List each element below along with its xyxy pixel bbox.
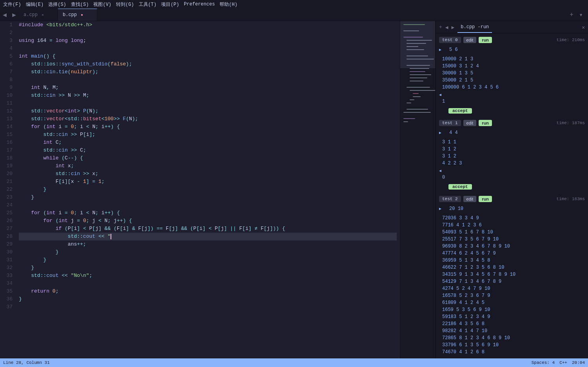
tab-a-cpp-close[interactable]: ✕ xyxy=(42,13,44,17)
tab-nav-right[interactable]: ▶ xyxy=(9,9,19,21)
test-expand-input-1[interactable]: ▶ 4 4 xyxy=(436,128,588,138)
menu-item-help[interactable]: 帮助(H) xyxy=(220,1,238,8)
test-output-0: 1 xyxy=(436,98,588,105)
menu-item-find[interactable]: 查找(S) xyxy=(71,1,89,8)
right-panel: + ◀ ▶ b.cpp -run ✕ test 0 edit run time:… xyxy=(435,21,588,358)
code-line-20: std::cin >> x; xyxy=(19,170,397,178)
code-content[interactable]: #include <bits/stdc++.h> using i64 = lon… xyxy=(16,21,400,358)
tab-b-cpp[interactable]: b.cpp ● xyxy=(58,9,97,21)
tab-dropdown-btn[interactable]: ▾ xyxy=(577,11,585,19)
code-line-25: for (int i = 0; i < N; i++) { xyxy=(19,209,397,217)
test-label-2: test 2 xyxy=(439,196,461,202)
menu-item-select[interactable]: 选择(S) xyxy=(48,1,66,8)
code-line-12: std::vector<int> P(N); xyxy=(19,107,397,115)
code-line-30: } xyxy=(19,248,397,256)
svg-rect-14 xyxy=(410,81,423,81)
svg-rect-23 xyxy=(403,118,415,119)
menu-item-view[interactable]: 视图(V) xyxy=(93,1,111,8)
code-line-28: std::cout << " xyxy=(19,233,397,240)
status-position: Line 28, Column 31 xyxy=(3,360,50,365)
menu-item-edit[interactable]: 编辑(E) xyxy=(26,1,44,8)
svg-rect-17 xyxy=(413,93,419,94)
code-line-18: while (C--) { xyxy=(19,154,397,162)
svg-rect-9 xyxy=(407,65,430,66)
svg-rect-3 xyxy=(407,40,432,41)
code-line-16: int C; xyxy=(19,139,397,146)
code-line-7: std::cin.tie(nullptr); xyxy=(19,68,397,76)
line-numbers: 12345 678910 1112131415 1617181920 21222… xyxy=(0,21,16,358)
minimap xyxy=(400,21,435,358)
tab-a-cpp[interactable]: a.cpp ✕ xyxy=(19,9,58,21)
code-line-21: F[i][x - 1] = 1; xyxy=(19,178,397,186)
menu-item-project[interactable]: 项目(P) xyxy=(161,1,179,8)
test-label-0: test 0 xyxy=(439,37,461,43)
code-line-3: using i64 = long long; xyxy=(19,37,397,45)
test-run-1[interactable]: run xyxy=(479,120,492,126)
main-layout: 12345 678910 1112131415 1617181920 21222… xyxy=(0,21,588,358)
code-line-6: std::ios::sync_with_stdio(false); xyxy=(19,60,397,68)
test-input-header-0: 5 6 xyxy=(443,45,464,54)
code-line-10: std::cin >> N >> M; xyxy=(19,92,397,99)
code-area[interactable]: 12345 678910 1112131415 1617181920 21222… xyxy=(0,21,400,358)
test-time-2: time: 163ms xyxy=(556,197,585,201)
code-line-8 xyxy=(19,76,397,84)
code-line-24 xyxy=(19,201,397,209)
code-line-13: std::vector<std::bitset<100>> F(N); xyxy=(19,115,397,123)
test-input-header-2: 20 10 xyxy=(443,204,470,213)
test-expand-output-1[interactable]: ◀ xyxy=(436,168,588,174)
code-line-14: for (int i = 0; i < N; i++) { xyxy=(19,123,397,131)
rpanel-tab-run[interactable]: b.cpp -run xyxy=(457,22,492,33)
tab-nav-left[interactable]: ◀ xyxy=(0,9,9,21)
code-line-11 xyxy=(19,99,397,107)
test-header-0: test 0 edit run time: 210ms xyxy=(436,35,588,45)
minimap-content xyxy=(400,21,435,358)
svg-rect-2 xyxy=(403,37,423,38)
right-panel-tabbar: + ◀ ▶ b.cpp -run ✕ xyxy=(436,21,588,34)
test-time-0: time: 210ms xyxy=(556,38,585,42)
svg-rect-15 xyxy=(407,87,430,88)
svg-rect-5 xyxy=(407,46,418,47)
code-line-35: return 0; xyxy=(19,287,397,295)
expand-out-arrow-0: ◀ xyxy=(439,92,441,97)
test-expand-input-0[interactable]: ▶ 5 6 xyxy=(436,45,588,55)
test-edit-0[interactable]: edit xyxy=(463,37,477,43)
svg-rect-13 xyxy=(410,78,427,78)
code-line-34 xyxy=(19,280,397,287)
expand-arrow-2: ▶ xyxy=(439,206,441,211)
rpanel-tab-close[interactable]: ✕ xyxy=(582,24,585,31)
menu-item-tools[interactable]: 工具(T) xyxy=(139,1,157,8)
tab-add-btn[interactable]: + xyxy=(568,11,575,18)
svg-rect-12 xyxy=(410,74,431,75)
rpanel-nav-arrows[interactable]: ◀ ▶ xyxy=(445,24,454,31)
code-line-9: int N, M; xyxy=(19,84,397,92)
tab-bar: ◀ ▶ a.cpp ✕ b.cpp ● + ▾ xyxy=(0,9,588,21)
code-line-31: } xyxy=(19,256,397,264)
code-line-15: std::cin >> P[i]; xyxy=(19,131,397,139)
status-spaces: Spaces: 4 xyxy=(532,360,555,365)
menu-item-preferences[interactable]: Preferences xyxy=(184,2,215,7)
test-input-data-2: 72036 3 3 4 9 7716 4 1 2 3 6 54093 5 1 6… xyxy=(436,214,588,356)
code-line-22: } xyxy=(19,186,397,193)
status-bar: Line 28, Column 31 Spaces: 4 C++ 20:04 xyxy=(0,358,588,367)
menu-item-goto[interactable]: 转到(G) xyxy=(116,1,134,8)
right-panel-content[interactable]: test 0 edit run time: 210ms ▶ 5 6 10000 … xyxy=(436,34,588,358)
tab-a-cpp-label: a.cpp xyxy=(24,12,38,18)
test-edit-2[interactable]: edit xyxy=(463,196,477,202)
test-expand-output-0[interactable]: ◀ xyxy=(436,92,588,98)
code-line-2 xyxy=(19,29,397,37)
test-edit-1[interactable]: edit xyxy=(463,120,477,126)
code-line-5: int main() { xyxy=(19,52,397,60)
code-line-32: } xyxy=(19,264,397,272)
test-run-2[interactable]: run xyxy=(479,196,492,202)
test-input-header-1: 4 4 xyxy=(443,128,464,137)
rpanel-nav-left[interactable]: + xyxy=(439,24,442,30)
status-language: C++ xyxy=(559,360,567,365)
svg-rect-8 xyxy=(407,59,434,60)
menu-bar: 文件(F) 编辑(E) 选择(S) 查找(S) 视图(V) 转到(G) 工具(T… xyxy=(0,0,588,9)
test-expand-input-2[interactable]: ▶ 20 10 xyxy=(436,204,588,214)
svg-rect-20 xyxy=(407,103,411,103)
expand-arrow-1: ▶ xyxy=(439,130,441,135)
status-time: 20:04 xyxy=(572,360,585,365)
menu-item-file[interactable]: 文件(F) xyxy=(3,1,21,8)
test-run-0[interactable]: run xyxy=(479,37,492,43)
